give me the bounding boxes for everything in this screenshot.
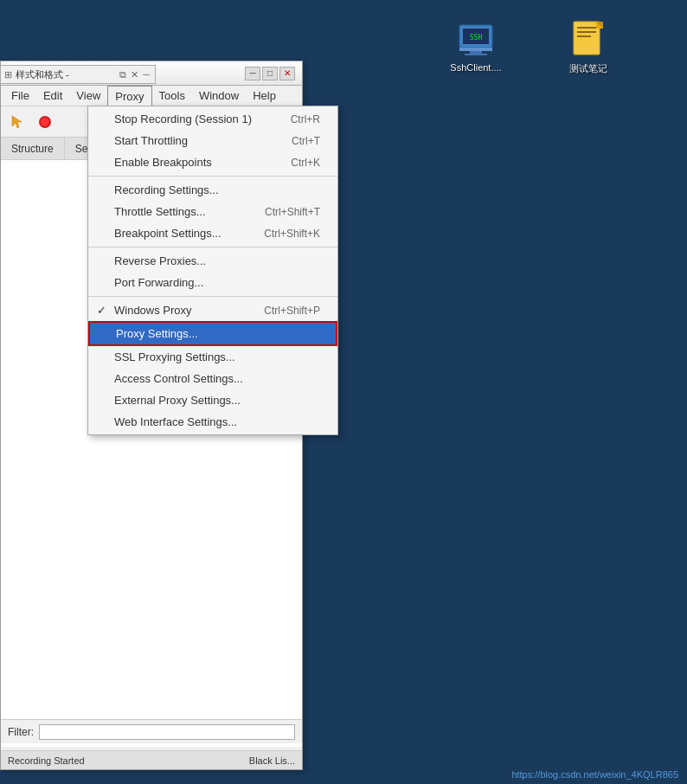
tab-structure[interactable]: Structure [1, 138, 65, 159]
title-controls: ─ □ ✕ [245, 67, 295, 80]
notes-icon [568, 17, 609, 59]
filter-bar: Filter: [1, 719, 302, 743]
menu-proxy[interactable]: Proxy [107, 86, 151, 106]
format-panel: ⊞ 样式和格式 - ⧉ ✕ ─ [0, 65, 156, 84]
menu-edit[interactable]: Edit [36, 86, 69, 106]
proxy-settings-label: Proxy Settings... [116, 327, 198, 340]
format-panel-title: 样式和格式 - [16, 68, 69, 81]
format-panel-icon: ⊞ [4, 69, 12, 80]
breakpoint-settings-label: Breakpoint Settings... [114, 227, 222, 240]
menu-bar: File Edit View Proxy Tools Window Help [1, 86, 302, 106]
windows-proxy-label: Windows Proxy [114, 304, 192, 317]
stop-recording-label: Stop Recording (Session 1) [114, 112, 252, 125]
proxy-dropdown-menu: Stop Recording (Session 1) Ctrl+R Start … [87, 106, 338, 435]
svg-text:SSH: SSH [470, 34, 483, 42]
menu-windows-proxy[interactable]: ✓ Windows Proxy Ctrl+Shift+P [88, 299, 337, 321]
web-interface-settings-label: Web Interface Settings... [114, 415, 237, 428]
watermark: https://blog.csdn.net/weixin_4KQLR865 [511, 769, 678, 780]
svg-point-16 [41, 118, 49, 126]
svg-rect-8 [577, 31, 596, 33]
menu-throttle-settings[interactable]: Throttle Settings... Ctrl+Shift+T [88, 201, 337, 222]
format-panel-close[interactable]: ✕ [129, 69, 140, 80]
menu-breakpoint-settings[interactable]: Breakpoint Settings... Ctrl+Shift+K [88, 222, 337, 244]
menu-ssl-proxying-settings[interactable]: SSL Proxying Settings... [88, 346, 337, 368]
menu-view[interactable]: View [69, 86, 107, 106]
menu-reverse-proxies[interactable]: Reverse Proxies... [88, 250, 337, 272]
menu-recording-settings[interactable]: Recording Settings... [88, 179, 337, 201]
windows-proxy-check: ✓ [97, 304, 106, 317]
arrow-tool-button[interactable] [4, 110, 30, 134]
menu-enable-breakpoints[interactable]: Enable Breakpoints Ctrl+K [88, 151, 337, 173]
svg-rect-7 [577, 27, 596, 29]
close-button[interactable]: ✕ [279, 67, 295, 80]
separator-1 [88, 176, 337, 177]
separator-3 [88, 296, 337, 297]
recording-settings-label: Recording Settings... [114, 183, 219, 196]
menu-window[interactable]: Window [192, 86, 246, 106]
reverse-proxies-label: Reverse Proxies... [114, 254, 206, 267]
desktop-icon-notes[interactable]: 测试笔记 [554, 17, 623, 75]
start-throttling-shortcut: Ctrl+T [292, 135, 320, 147]
format-panel-minimize[interactable]: ─ [141, 69, 151, 80]
menu-proxy-settings[interactable]: Proxy Settings... [88, 321, 337, 346]
menu-stop-recording[interactable]: Stop Recording (Session 1) Ctrl+R [88, 108, 337, 130]
status-left: Recording Started [8, 755, 85, 766]
menu-start-throttling[interactable]: Start Throttling Ctrl+T [88, 130, 337, 151]
access-control-settings-label: Access Control Settings... [114, 372, 243, 385]
ssh-client-icon: SSH [455, 17, 497, 59]
windows-proxy-shortcut: Ctrl+Shift+P [264, 305, 320, 317]
external-proxy-settings-label: External Proxy Settings... [114, 394, 241, 407]
filter-label: Filter: [8, 726, 34, 738]
ssh-client-label: SshClient.... [450, 62, 501, 73]
enable-breakpoints-shortcut: Ctrl+K [291, 157, 320, 169]
port-forwarding-label: Port Forwarding... [114, 276, 203, 289]
menu-port-forwarding[interactable]: Port Forwarding... [88, 272, 337, 293]
breakpoint-settings-shortcut: Ctrl+Shift+K [264, 228, 320, 240]
filter-input[interactable] [39, 724, 295, 740]
menu-access-control-settings[interactable]: Access Control Settings... [88, 368, 337, 389]
ssl-proxying-settings-label: SSL Proxying Settings... [114, 350, 235, 363]
stop-recording-shortcut: Ctrl+R [291, 113, 320, 125]
throttle-settings-shortcut: Ctrl+Shift+T [265, 206, 320, 218]
enable-breakpoints-label: Enable Breakpoints [114, 156, 212, 169]
svg-rect-9 [577, 35, 591, 37]
svg-rect-2 [459, 48, 492, 51]
svg-rect-6 [574, 22, 600, 55]
desktop-icon-ssh[interactable]: SSH SshClient.... [441, 17, 510, 73]
status-bar: Recording Started Black Lis... [1, 750, 302, 769]
separator-2 [88, 247, 337, 247]
menu-tools[interactable]: Tools [152, 86, 192, 106]
restore-button[interactable]: □ [262, 67, 278, 80]
svg-rect-3 [470, 51, 482, 54]
start-throttling-label: Start Throttling [114, 134, 188, 147]
minimize-button[interactable]: ─ [245, 67, 260, 80]
svg-marker-14 [12, 116, 22, 128]
record-button[interactable] [32, 110, 58, 134]
menu-web-interface-settings[interactable]: Web Interface Settings... [88, 411, 337, 433]
throttle-settings-label: Throttle Settings... [114, 205, 206, 218]
notes-label: 测试笔记 [569, 62, 607, 75]
menu-help[interactable]: Help [246, 86, 283, 106]
format-panel-restore[interactable]: ⧉ [118, 69, 128, 80]
menu-file[interactable]: File [4, 86, 36, 106]
status-right: Black Lis... [249, 755, 295, 766]
menu-external-proxy-settings[interactable]: External Proxy Settings... [88, 389, 337, 411]
svg-rect-4 [465, 54, 487, 55]
